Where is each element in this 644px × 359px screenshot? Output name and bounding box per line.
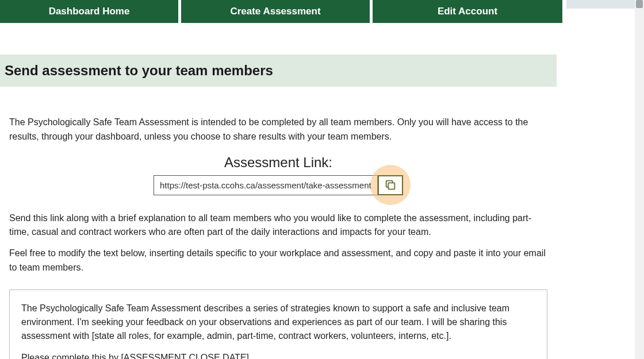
intro-paragraph: The Psychologically Safe Team Assessment… xyxy=(9,115,547,144)
page-title-container: Send assessment to your team members xyxy=(0,55,557,87)
assessment-link-row xyxy=(9,175,547,195)
page-title: Send assessment to your team members xyxy=(5,63,552,79)
svg-rect-0 xyxy=(388,183,394,189)
scrollbar-thumb[interactable] xyxy=(636,0,643,8)
email-template-p2: Please complete this by [ASSESSMENT CLOS… xyxy=(21,351,535,359)
modify-text-paragraph: Feel free to modify the text below, inse… xyxy=(9,246,547,275)
email-template-box: The Psychologically Safe Team Assessment… xyxy=(9,289,547,359)
nav-dashboard-home[interactable]: Dashboard Home xyxy=(0,0,178,23)
nav-bar: Dashboard Home Create Assessment Edit Ac… xyxy=(0,0,644,23)
content-area: The Psychologically Safe Team Assessment… xyxy=(0,87,557,359)
nav-create-assessment[interactable]: Create Assessment xyxy=(181,0,370,23)
send-link-paragraph: Send this link along with a brief explan… xyxy=(9,211,547,240)
copy-icon xyxy=(384,179,397,191)
scrollbar-track[interactable] xyxy=(635,0,644,359)
top-right-strip xyxy=(566,0,644,9)
copy-button-wrapper xyxy=(378,175,403,195)
email-template-p1: The Psychologically Safe Team Assessment… xyxy=(21,302,535,343)
copy-link-button[interactable] xyxy=(378,175,403,195)
nav-edit-account[interactable]: Edit Account xyxy=(373,0,562,23)
assessment-link-input[interactable] xyxy=(154,175,378,195)
assessment-link-heading: Assessment Link: xyxy=(9,155,547,171)
